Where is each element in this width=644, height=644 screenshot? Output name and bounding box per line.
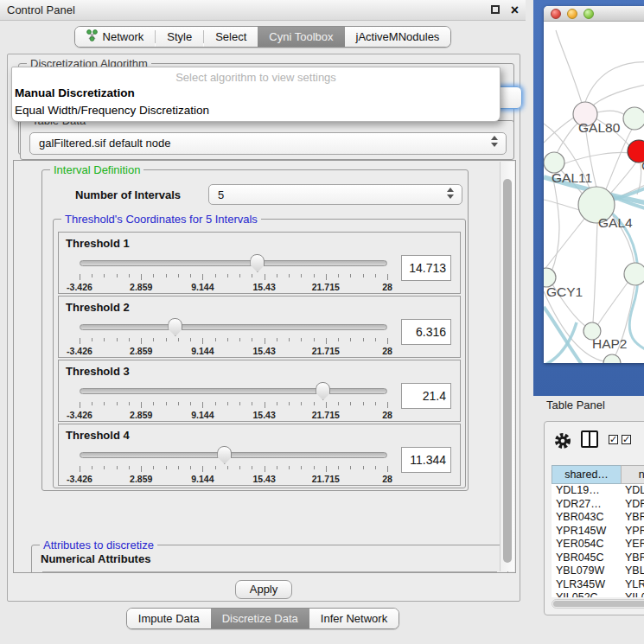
table-cell[interactable]: YBR045C: [552, 552, 621, 565]
table-row[interactable]: YDL19…YDL1: [552, 484, 644, 498]
dropdown-option-manual[interactable]: Manual Discretization: [15, 86, 135, 99]
threshold-1-slider[interactable]: -3.4262.8599.14415.4321.71528: [80, 253, 387, 293]
zoom-traffic-light-icon[interactable]: [583, 9, 594, 19]
slider-tick: [363, 338, 364, 341]
table-cell[interactable]: YLR3: [621, 578, 644, 592]
float-window-icon[interactable]: [491, 5, 500, 14]
slider-tick: [129, 466, 130, 469]
slider-track[interactable]: [80, 452, 387, 458]
select-checkbox-icon[interactable]: ✓: [609, 435, 618, 444]
table-cell[interactable]: YPR1: [621, 525, 644, 539]
table-cell[interactable]: YER054C: [552, 538, 621, 552]
slider-tick: [252, 466, 252, 469]
slider-tick: [239, 274, 240, 277]
number-of-intervals-combobox[interactable]: 5: [208, 184, 462, 205]
threshold-1-value-field[interactable]: 14.713: [401, 255, 451, 281]
tab-impute-data[interactable]: Impute Data: [127, 609, 211, 628]
network-node-label: GAL11: [552, 170, 592, 185]
slider-thumb[interactable]: [250, 254, 265, 272]
table-row[interactable]: YIL052CYIL0: [552, 591, 644, 597]
columns-icon[interactable]: [581, 430, 598, 448]
table-horizontal-scrollbar-thumb[interactable]: [553, 601, 644, 607]
apply-button[interactable]: Apply: [235, 580, 292, 599]
threshold-3-slider[interactable]: -3.4262.8599.14415.4321.71528: [80, 381, 387, 421]
table-cell[interactable]: YBL079W: [552, 564, 621, 578]
slider-tick: [227, 402, 228, 405]
slider-tick: [252, 338, 252, 341]
network-node: [624, 263, 644, 285]
table-row[interactable]: YLR345WYLR3: [552, 578, 644, 592]
slider-track[interactable]: [80, 324, 387, 330]
close-traffic-light-icon[interactable]: [551, 9, 561, 19]
table-row[interactable]: YBL079WYBL0: [552, 564, 644, 578]
numerical-attributes-list[interactable]: SelfLoopsTopologicalCoefficientBetweenne…: [42, 571, 497, 573]
column-header-shared-name[interactable]: shared…: [552, 465, 621, 484]
gear-icon[interactable]: [553, 431, 572, 450]
interval-definition-group: Interval Definition Number of Intervals …: [41, 169, 469, 491]
tab-select[interactable]: Select: [204, 27, 258, 47]
column-header-name[interactable]: n…: [621, 465, 644, 484]
slider-ticks: [80, 338, 387, 345]
table-cell[interactable]: YPR145W: [552, 525, 621, 539]
slider-tick: [92, 466, 92, 469]
tab-jactivemnodules[interactable]: jActiveMNodules: [345, 27, 451, 47]
top-tab-group: Network Style Select Cyni Toolbox jActiv…: [74, 26, 452, 48]
select-checkbox-icon[interactable]: ✓: [622, 435, 631, 444]
slider-tick: [289, 402, 290, 405]
table-horizontal-scrollbar[interactable]: [552, 599, 644, 609]
threshold-3-value-field[interactable]: 21.4: [401, 383, 451, 409]
attribute-item[interactable]: SelfLoops: [43, 572, 496, 573]
table-row[interactable]: YPR145WYPR1: [552, 525, 644, 539]
network-canvas[interactable]: GAL80 G C GAL11 GAL4 H GCY1 HAP2: [544, 22, 644, 363]
table-row[interactable]: YDR27…YDR2: [552, 498, 644, 512]
slider-thumb[interactable]: [168, 318, 182, 336]
dropdown-option-equal-width[interactable]: Equal Width/Frequency Discretization: [15, 104, 209, 117]
interval-definition-title: Interval Definition: [50, 163, 143, 176]
table-cell[interactable]: YBR0: [621, 511, 644, 525]
table-row[interactable]: YBR045CYBR0: [552, 552, 644, 565]
slider-tick: [387, 338, 388, 344]
table-row[interactable]: YER054CYER0: [552, 538, 644, 552]
minimize-traffic-light-icon[interactable]: [567, 9, 577, 19]
slider-track[interactable]: [80, 260, 387, 266]
tab-infer-network[interactable]: Infer Network: [309, 609, 399, 628]
threshold-4-slider[interactable]: -3.4262.8599.14415.4321.71528: [80, 445, 387, 485]
slider-scale-label: -3.426: [67, 282, 92, 292]
slider-scale: -3.4262.8599.14415.4321.71528: [80, 282, 387, 292]
table-cell[interactable]: YBL0: [621, 564, 644, 578]
slider-thumb[interactable]: [316, 382, 330, 400]
table-cell[interactable]: YDL1: [621, 484, 644, 498]
slider-track[interactable]: [80, 388, 387, 394]
table-cell[interactable]: YIL0: [621, 591, 644, 597]
network-view-window[interactable]: GAL80 G C GAL11 GAL4 H GCY1 HAP2: [533, 0, 644, 396]
table-cell[interactable]: YIL052C: [552, 591, 621, 597]
slider-scale-label: 15.43: [252, 346, 275, 356]
threshold-4-value-field[interactable]: 11.344: [401, 447, 451, 473]
tab-style[interactable]: Style: [156, 27, 203, 47]
network-icon: [86, 29, 98, 44]
table-cell[interactable]: YDL19…: [552, 484, 621, 498]
slider-tick: [301, 274, 302, 277]
slider-tick: [190, 466, 191, 469]
threshold-2-slider[interactable]: -3.4262.8599.14415.4321.71528: [80, 317, 387, 357]
tab-cyni-toolbox[interactable]: Cyni Toolbox: [258, 27, 344, 47]
slider-tick: [215, 466, 216, 469]
slider-tick: [301, 466, 302, 469]
slider-tick: [166, 274, 167, 277]
table-cell[interactable]: YDR2: [621, 498, 644, 512]
table-cell[interactable]: YBR043C: [552, 511, 621, 525]
table-cell[interactable]: YBR0: [621, 552, 644, 565]
table-row[interactable]: YBR043CYBR0: [552, 511, 644, 525]
slider-thumb[interactable]: [217, 446, 232, 464]
table-cell[interactable]: YLR345W: [552, 578, 621, 592]
tab-discretize-data[interactable]: Discretize Data: [211, 609, 309, 628]
close-icon[interactable]: ×: [511, 1, 519, 20]
slider-scale-label: 21.715: [312, 346, 340, 356]
settings-scrollbar[interactable]: [500, 162, 514, 571]
table-data-combobox[interactable]: galFiltered.sif default node: [29, 132, 507, 155]
settings-scrollbar-thumb[interactable]: [503, 179, 512, 563]
table-cell[interactable]: YER0: [621, 538, 644, 552]
threshold-2-value-field[interactable]: 6.316: [401, 319, 451, 345]
table-cell[interactable]: YDR27…: [552, 498, 621, 512]
tab-network[interactable]: Network: [75, 27, 156, 47]
